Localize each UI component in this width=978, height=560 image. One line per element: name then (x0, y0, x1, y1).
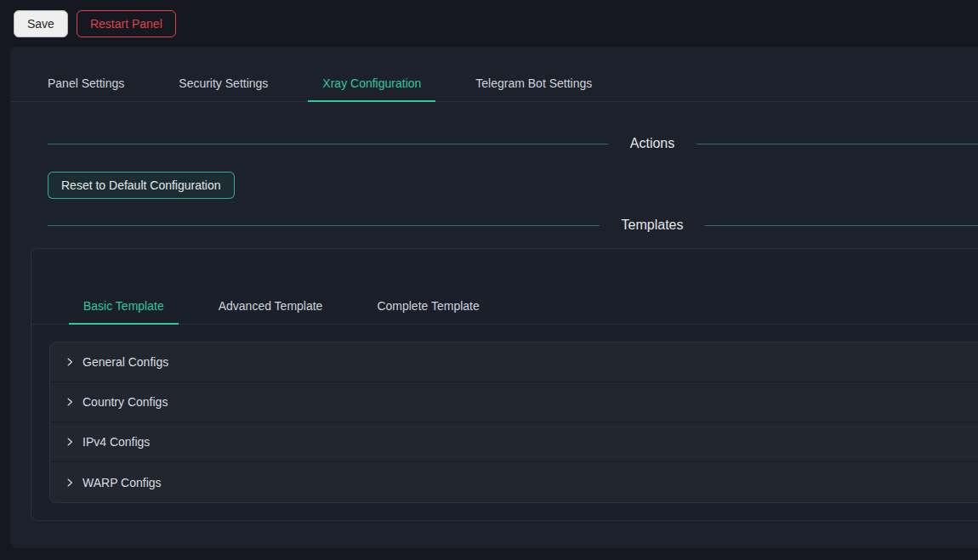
accordion-item-ipv4-configs[interactable]: IPv4 Configs (50, 422, 978, 462)
accordion-item-label: Country Configs (82, 395, 168, 409)
chevron-right-icon (64, 356, 76, 368)
accordion-item-label: WARP Configs (82, 476, 162, 489)
actions-divider: Actions (48, 133, 978, 154)
chevron-right-icon (64, 477, 76, 489)
template-tabs: Basic Template Advanced Template Complet… (31, 288, 978, 325)
tab-telegram-bot-settings[interactable]: Telegram Bot Settings (461, 65, 606, 101)
divider-line (48, 225, 600, 226)
config-accordion: General Configs Country Configs IPv4 Con… (49, 342, 978, 503)
reset-default-configuration-button[interactable]: Reset to Default Configuration (48, 172, 235, 199)
accordion-item-country-configs[interactable]: Country Configs (50, 382, 978, 422)
templates-divider: Templates (48, 215, 978, 235)
tab-basic-template[interactable]: Basic Template (69, 288, 179, 324)
settings-card: Panel Settings Security Settings Xray Co… (10, 47, 978, 548)
tab-panel-settings[interactable]: Panel Settings (33, 65, 139, 101)
xray-configuration-panel: Actions Reset to Default Configuration T… (10, 133, 978, 235)
main-tabs: Panel Settings Security Settings Xray Co… (10, 65, 978, 102)
tab-advanced-template[interactable]: Advanced Template (204, 288, 338, 324)
tab-complete-template[interactable]: Complete Template (362, 288, 493, 324)
accordion-item-warp-configs[interactable]: WARP Configs (50, 462, 978, 502)
restart-panel-button[interactable]: Restart Panel (77, 10, 176, 37)
divider-line (697, 144, 978, 144)
accordion-item-label: General Configs (82, 355, 168, 369)
topbar: Save Restart Panel (0, 0, 978, 47)
templates-card: Basic Template Advanced Template Complet… (31, 248, 978, 521)
accordion-item-general-configs[interactable]: General Configs (50, 342, 978, 382)
divider-line (705, 225, 978, 226)
tab-xray-configuration[interactable]: Xray Configuration (308, 65, 435, 101)
chevron-right-icon (64, 396, 76, 408)
chevron-right-icon (64, 436, 76, 448)
tab-security-settings[interactable]: Security Settings (164, 65, 282, 101)
save-button[interactable]: Save (14, 10, 68, 37)
divider-line (48, 144, 608, 144)
templates-divider-label: Templates (622, 218, 684, 233)
actions-divider-label: Actions (630, 136, 674, 151)
accordion-item-label: IPv4 Configs (82, 435, 150, 449)
